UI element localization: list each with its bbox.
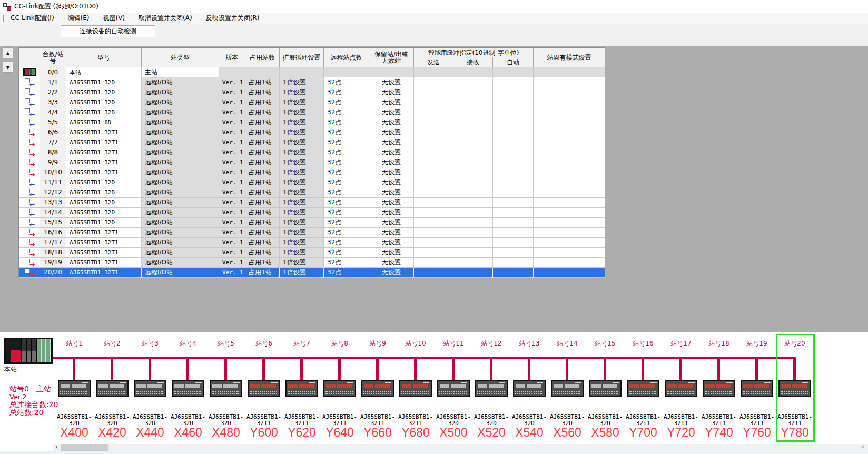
- table-row[interactable]: ←13/13AJ65SBTB1-32D远程I/O站Ver. 1占用1站1倍设置3…: [19, 198, 604, 208]
- station-module-image[interactable]: [96, 380, 129, 397]
- scrollbar-thumb[interactable]: [61, 444, 108, 451]
- cell-icon: ←: [19, 77, 40, 87]
- station-module-image[interactable]: [551, 380, 584, 397]
- station-13[interactable]: 站号13AJ65SBTB1-32DX540: [510, 332, 548, 443]
- table-row[interactable]: →10/10AJ65SBTB1-32T1远程I/O站Ver. 1占用1站1倍设置…: [19, 167, 604, 177]
- station-11[interactable]: 站号11AJ65SBTB1-32DX500: [435, 332, 472, 443]
- table-row[interactable]: →8/8AJ65SBTB1-32T1远程I/O站Ver. 1占用1站1倍设置32…: [19, 147, 604, 157]
- cell-cyclic: 1倍设置: [280, 187, 324, 198]
- station-12[interactable]: 站号12AJ65SBTB1-32DX520: [472, 332, 510, 443]
- cell-auto: [493, 107, 534, 117]
- station-module-image[interactable]: [589, 380, 622, 397]
- station-model-label: AJ65SBTB1-32D: [586, 414, 624, 427]
- input-module-icon: ←: [24, 98, 35, 106]
- cell-station-type: 远程I/O站: [142, 127, 219, 137]
- cell-icon: →: [19, 147, 40, 157]
- station-module-image[interactable]: [627, 380, 659, 397]
- cell-reserve: 无设置: [369, 87, 414, 97]
- scroll-left-icon[interactable]: ‹: [53, 444, 61, 451]
- menu-cclink-config[interactable]: CC-Link配置(I): [11, 14, 54, 23]
- station-6[interactable]: 站号6AJ65SBTB1-32T1Y600: [245, 332, 283, 443]
- table-row[interactable]: ←12/12AJ65SBTB1-32D远程I/O站Ver. 1占用1站1倍设置3…: [19, 187, 604, 198]
- table-row[interactable]: ←2/2AJ65SBTB1-32D远程I/O站Ver. 1占用1站1倍设置32点…: [19, 87, 604, 97]
- station-3[interactable]: 站号3AJ65SBTB1-32DX440: [131, 332, 169, 443]
- station-number-label: 站号2: [93, 339, 131, 348]
- station-module-image[interactable]: [665, 380, 697, 397]
- station-module-image[interactable]: [399, 380, 432, 397]
- cell-receive: [453, 157, 493, 167]
- table-row[interactable]: →17/17AJ65SBTB1-32T1远程I/O站Ver. 1占用1站1倍设置…: [19, 238, 604, 248]
- table-row[interactable]: ←15/15AJ65SBTB1-32D远程I/O站Ver. 1占用1站1倍设置3…: [19, 218, 604, 228]
- cell-remote-points: 32点: [324, 147, 369, 157]
- table-row[interactable]: ←3/3AJ65SBTB1-32D远程I/O站Ver. 1占用1站1倍设置32点…: [19, 97, 604, 107]
- station-module-image[interactable]: [58, 380, 91, 397]
- station-15[interactable]: 站号15AJ65SBTB1-32DX580: [586, 332, 624, 443]
- table-row[interactable]: →19/19AJ65SBTB1-32T1远程I/O站Ver. 1占用1站1倍设置…: [19, 258, 604, 268]
- station-9[interactable]: 站号9AJ65SBTB1-32T1Y660: [359, 332, 397, 443]
- station-5[interactable]: 站号5AJ65SBTB1-32DX480: [207, 332, 245, 443]
- station-4[interactable]: 站号4AJ65SBTB1-32DX460: [169, 332, 207, 443]
- station-2[interactable]: 站号2AJ65SBTB1-32DX420: [93, 332, 131, 443]
- station-module-image[interactable]: [437, 380, 470, 397]
- cell-count-station: 19/19: [40, 258, 66, 268]
- table-row[interactable]: ←1/1AJ65SBTB1-32D远程I/O站Ver. 1占用1站1倍设置32点…: [19, 77, 604, 87]
- menu-edit[interactable]: 编辑(E): [68, 14, 90, 23]
- station-19[interactable]: 站号19AJ65SBTB1-32T1Y760: [738, 332, 776, 443]
- menu-view[interactable]: 视图(V): [103, 14, 125, 23]
- table-row[interactable]: ←14/14AJ65SBTB1-32D远程I/O站Ver. 1占用1站1倍设置3…: [19, 208, 604, 218]
- station-module-image[interactable]: [210, 380, 242, 397]
- table-row[interactable]: →6/6AJ65SBTB1-32T1远程I/O站Ver. 1占用1站1倍设置32…: [19, 127, 604, 137]
- station-module-image[interactable]: [323, 380, 356, 397]
- table-row[interactable]: →7/7AJ65SBTB1-32T1远程I/O站Ver. 1占用1站1倍设置32…: [19, 137, 604, 147]
- station-module-image[interactable]: [741, 380, 773, 397]
- table-row[interactable]: →18/18AJ65SBTB1-32T1远程I/O站Ver. 1占用1站1倍设置…: [19, 248, 604, 258]
- cell-cyclic: 1倍设置: [280, 87, 324, 97]
- station-address-label: Y740: [700, 426, 738, 440]
- station-module-image[interactable]: [285, 380, 318, 397]
- menu-apply-close[interactable]: 反映设置并关闭(R): [206, 14, 260, 23]
- auto-detect-button[interactable]: 连接设备的自动检测: [61, 25, 155, 37]
- station-7[interactable]: 站号7AJ65SBTB1-32T1Y620: [283, 332, 321, 443]
- table-row[interactable]: →20/20AJ65SBTB1-32T1远程I/O站Ver. 1占用1站1倍设置…: [19, 268, 604, 278]
- station-1[interactable]: 站号1AJ65SBTB1-32DX400: [55, 332, 93, 443]
- cell-station-type: 远程I/O站: [142, 208, 219, 218]
- cell-cyclic: 1倍设置: [280, 208, 324, 218]
- cell-model: AJ65SBTB1-8D: [66, 117, 142, 127]
- station-17[interactable]: 站号17AJ65SBTB1-32T1Y720: [662, 332, 700, 443]
- station-10[interactable]: 站号10AJ65SBTB1-32T1Y680: [397, 332, 435, 443]
- station-module-image[interactable]: [475, 380, 508, 397]
- station-module-image[interactable]: [172, 380, 204, 397]
- menu-cancel-close[interactable]: 取消设置并关闭(A): [139, 14, 192, 23]
- station-drop-line: [679, 358, 682, 380]
- table-row[interactable]: ←11/11AJ65SBTB1-32D远程I/O站Ver. 1占用1站1倍设置3…: [19, 177, 604, 187]
- table-row[interactable]: ←4/4AJ65SBTB1-32D远程I/O站Ver. 1占用1站1倍设置32点…: [19, 107, 604, 117]
- station-16[interactable]: 站号16AJ65SBTB1-32T1Y700: [624, 332, 662, 443]
- cell-station-mode: [534, 117, 605, 127]
- scroll-right-icon[interactable]: ›: [859, 444, 867, 451]
- output-module-icon: →: [24, 249, 35, 256]
- cell-cyclic: [280, 67, 324, 77]
- table-row[interactable]: →16/16AJ65SBTB1-32T1远程I/O站Ver. 1占用1站1倍设置…: [19, 228, 604, 238]
- table-row[interactable]: →9/9AJ65SBTB1-32T1远程I/O站Ver. 1占用1站1倍设置32…: [19, 157, 604, 167]
- station-module-image[interactable]: [513, 380, 546, 397]
- station-drop-line: [111, 358, 113, 380]
- cell-remote-points: 32点: [324, 137, 369, 147]
- station-8[interactable]: 站号8AJ65SBTB1-32T1Y640: [321, 332, 359, 443]
- window-bottom-strip: [0, 451, 868, 454]
- station-module-image[interactable]: [134, 380, 166, 397]
- station-module-image[interactable]: [361, 380, 394, 397]
- table-row[interactable]: 0/0本站主站: [19, 67, 604, 77]
- station-module-image[interactable]: [248, 380, 280, 397]
- master-station-image[interactable]: [4, 338, 53, 364]
- station-18[interactable]: 站号18AJ65SBTB1-32T1Y740: [700, 332, 738, 443]
- horizontal-scrollbar[interactable]: ‹ ›: [53, 444, 868, 451]
- station-config-table: 台数/站号 型号 站类型 版本 占用站数 扩展循环设置 远程站点数 保留站/出错…: [18, 47, 605, 278]
- cell-receive: [453, 228, 493, 238]
- station-module-image[interactable]: [703, 380, 735, 397]
- station-drop-line: [149, 358, 151, 380]
- scroll-down-button[interactable]: ▼: [3, 62, 13, 73]
- table-row[interactable]: ←5/5AJ65SBTB1-8D远程I/O站Ver. 1占用1站1倍设置32点无…: [19, 117, 604, 127]
- station-14[interactable]: 站号14AJ65SBTB1-32DX560: [548, 332, 586, 443]
- scroll-up-button[interactable]: ▲: [3, 47, 13, 58]
- master-rack-icon: [23, 68, 36, 76]
